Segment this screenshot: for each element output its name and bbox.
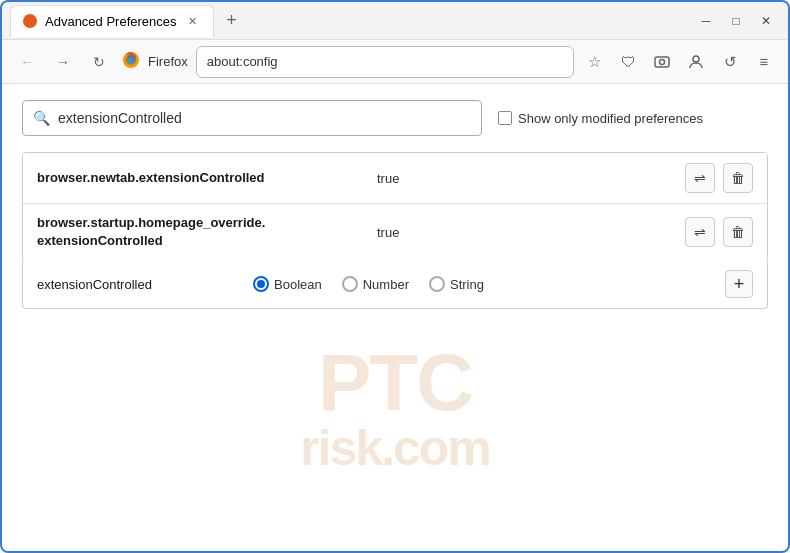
browser-tab[interactable]: Advanced Preferences ✕ xyxy=(10,5,214,37)
reload-button[interactable]: ↻ xyxy=(84,47,114,77)
pref-swap-button-1[interactable]: ⇌ xyxy=(685,163,715,193)
title-bar: Advanced Preferences ✕ + ─ □ ✕ xyxy=(2,2,788,40)
radio-boolean-label: Boolean xyxy=(274,277,322,292)
add-pref-row: extensionControlled Boolean Number Strin… xyxy=(22,260,768,309)
svg-rect-3 xyxy=(655,57,669,67)
svg-point-5 xyxy=(693,56,699,62)
tab-close-button[interactable]: ✕ xyxy=(185,13,201,29)
minimize-button[interactable]: ─ xyxy=(692,7,720,35)
nav-icons: ☆ 🛡 ↺ ≡ xyxy=(580,48,778,76)
radio-number-outer xyxy=(342,276,358,292)
content-area: 🔍 extensionControlled Show only modified… xyxy=(2,84,788,325)
watermark: PTC risk.com xyxy=(300,343,490,473)
svg-point-4 xyxy=(660,59,665,64)
radio-number-label: Number xyxy=(363,277,409,292)
profile-icon[interactable] xyxy=(682,48,710,76)
add-pref-button[interactable]: + xyxy=(725,270,753,298)
new-tab-button[interactable]: + xyxy=(218,7,246,35)
pref-actions-1: ⇌ 🗑 xyxy=(685,163,753,193)
svg-point-2 xyxy=(128,57,134,63)
forward-button[interactable]: → xyxy=(48,47,78,77)
radio-string-label: String xyxy=(450,277,484,292)
nav-bar: ← → ↻ Firefox about:config ☆ 🛡 ↺ xyxy=(2,40,788,84)
radio-boolean-outer xyxy=(253,276,269,292)
radio-boolean-inner xyxy=(257,280,265,288)
show-modified-checkbox[interactable] xyxy=(498,111,512,125)
tab-title: Advanced Preferences xyxy=(45,14,177,29)
radio-string[interactable]: String xyxy=(429,276,484,292)
address-bar[interactable]: about:config xyxy=(196,46,574,78)
tab-favicon xyxy=(23,14,37,28)
maximize-button[interactable]: □ xyxy=(722,7,750,35)
search-input[interactable]: extensionControlled xyxy=(58,110,182,126)
pref-actions-2: ⇌ 🗑 xyxy=(685,217,753,247)
window-controls: ─ □ ✕ xyxy=(692,7,780,35)
pref-value-1: true xyxy=(377,171,685,186)
pref-name-1: browser.newtab.extensionControlled xyxy=(37,169,377,187)
table-row[interactable]: browser.newtab.extensionControlled true … xyxy=(23,153,767,204)
back-button[interactable]: ← xyxy=(12,47,42,77)
search-row: 🔍 extensionControlled Show only modified… xyxy=(22,100,768,136)
radio-number[interactable]: Number xyxy=(342,276,409,292)
pref-delete-button-1[interactable]: 🗑 xyxy=(723,163,753,193)
preferences-table: browser.newtab.extensionControlled true … xyxy=(22,152,768,261)
sync-icon[interactable]: ↺ xyxy=(716,48,744,76)
close-button[interactable]: ✕ xyxy=(752,7,780,35)
new-pref-name: extensionControlled xyxy=(37,277,237,292)
pref-name-2: browser.startup.homepage_override. exten… xyxy=(37,214,377,250)
show-modified-label[interactable]: Show only modified preferences xyxy=(498,111,703,126)
table-row[interactable]: browser.startup.homepage_override. exten… xyxy=(23,204,767,260)
shield-icon[interactable]: 🛡 xyxy=(614,48,642,76)
firefox-label: Firefox xyxy=(148,54,188,69)
radio-string-outer xyxy=(429,276,445,292)
firefox-logo xyxy=(120,49,142,75)
menu-icon[interactable]: ≡ xyxy=(750,48,778,76)
type-radio-group: Boolean Number String xyxy=(253,276,709,292)
address-text: about:config xyxy=(207,54,278,69)
pref-swap-button-2[interactable]: ⇌ xyxy=(685,217,715,247)
search-box[interactable]: 🔍 extensionControlled xyxy=(22,100,482,136)
bookmark-icon[interactable]: ☆ xyxy=(580,48,608,76)
pref-delete-button-2[interactable]: 🗑 xyxy=(723,217,753,247)
search-icon: 🔍 xyxy=(33,110,50,126)
pref-value-2: true xyxy=(377,225,685,240)
screenshot-icon[interactable] xyxy=(648,48,676,76)
radio-boolean[interactable]: Boolean xyxy=(253,276,322,292)
